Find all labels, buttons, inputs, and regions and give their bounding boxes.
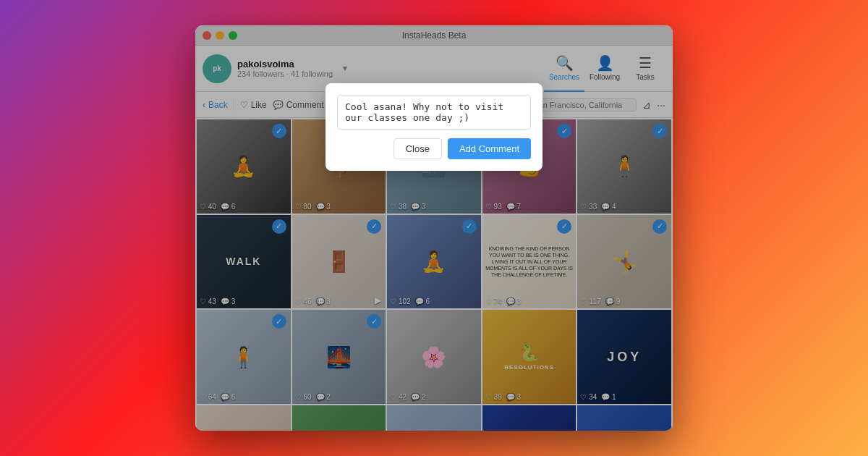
comment-input[interactable]: [337, 95, 531, 130]
modal-buttons: Close Add Comment: [337, 138, 531, 159]
mac-window: InstaHeads Beta pk pakoisvoima 234 follo…: [195, 25, 673, 431]
modal-overlay: Close Add Comment: [195, 25, 673, 431]
close-button[interactable]: Close: [393, 138, 442, 159]
add-comment-button[interactable]: Add Comment: [448, 138, 531, 159]
comment-modal: Close Add Comment: [326, 83, 542, 171]
